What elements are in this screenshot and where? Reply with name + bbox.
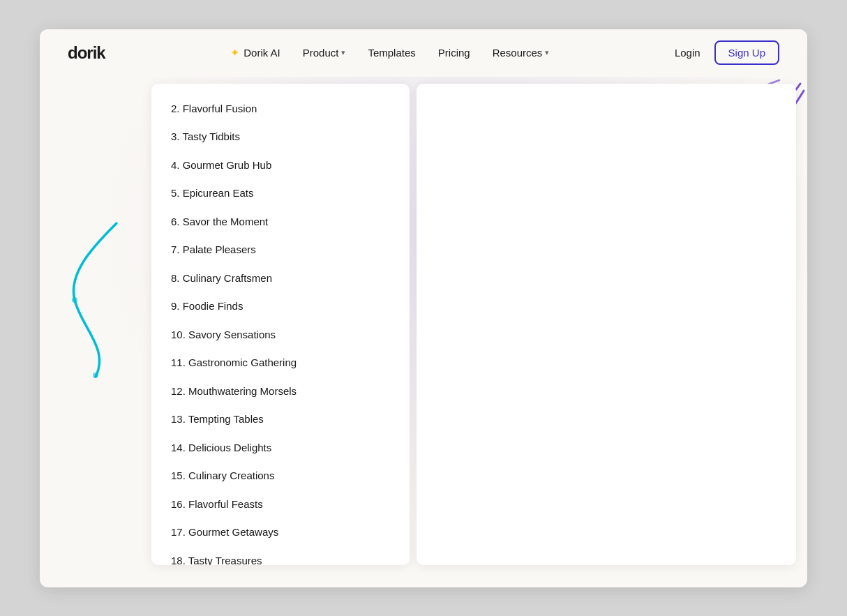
nav-resources-label: Resources	[493, 47, 543, 59]
nav-ai-label: Dorik AI	[243, 47, 280, 59]
chevron-down-icon-2: ▾	[545, 48, 549, 57]
list-item[interactable]: 11. Gastronomic Gathering	[151, 349, 410, 377]
content-panel	[417, 84, 796, 565]
list-item[interactable]: 12. Mouthwatering Morsels	[151, 377, 410, 406]
nav-templates[interactable]: Templates	[368, 47, 415, 59]
nav-product[interactable]: Product ▾	[303, 47, 346, 59]
logo: dorik	[68, 43, 105, 63]
list-item[interactable]: 5. Epicurean Eats	[151, 179, 410, 208]
nav-pricing-label: Pricing	[438, 47, 470, 59]
list-item[interactable]: 13. Tempting Tables	[151, 405, 410, 434]
main-container: dorik ✦ Dorik AI Product ▾ Templates Pri…	[40, 29, 807, 587]
content-area: 2. Flavorful Fusion3. Tasty Tidbits4. Go…	[40, 77, 807, 587]
list-item[interactable]: 4. Gourmet Grub Hub	[151, 151, 410, 180]
list-item[interactable]: 6. Savor the Moment	[151, 208, 410, 236]
navbar-right: Login Sign Up	[675, 40, 779, 65]
list-item[interactable]: 18. Tasty Treasures	[151, 547, 410, 565]
star-icon: ✦	[230, 46, 239, 59]
svg-point-1	[93, 373, 98, 378]
nav-pricing[interactable]: Pricing	[438, 47, 470, 59]
nav-center: ✦ Dorik AI Product ▾ Templates Pricing R…	[230, 46, 549, 59]
nav-resources[interactable]: Resources ▾	[493, 47, 550, 59]
list-item[interactable]: 10. Savory Sensations	[151, 321, 410, 350]
teal-decoration	[40, 216, 130, 384]
nav-templates-label: Templates	[368, 47, 415, 59]
list-panel: 2. Flavorful Fusion3. Tasty Tidbits4. Go…	[151, 84, 410, 565]
list-item[interactable]: 9. Foodie Finds	[151, 292, 410, 321]
login-button[interactable]: Login	[675, 47, 700, 59]
list-item[interactable]: 3. Tasty Tidbits	[151, 123, 410, 151]
list-item[interactable]: 15. Culinary Creations	[151, 462, 410, 490]
list-item[interactable]: 16. Flavorful Feasts	[151, 490, 410, 519]
list-item[interactable]: 7. Palate Pleasers	[151, 236, 410, 264]
list-item[interactable]: 8. Culinary Craftsmen	[151, 264, 410, 293]
nav-product-label: Product	[303, 47, 339, 59]
page-wrapper: dorik ✦ Dorik AI Product ▾ Templates Pri…	[0, 0, 847, 616]
svg-point-0	[72, 297, 77, 303]
list-item[interactable]: 2. Flavorful Fusion	[151, 95, 410, 123]
chevron-down-icon: ▾	[341, 48, 345, 57]
list-item[interactable]: 14. Delicious Delights	[151, 434, 410, 463]
signup-button[interactable]: Sign Up	[714, 40, 779, 65]
nav-ai[interactable]: ✦ Dorik AI	[230, 46, 280, 59]
navbar: dorik ✦ Dorik AI Product ▾ Templates Pri…	[40, 29, 807, 77]
list-item[interactable]: 17. Gourmet Getaways	[151, 518, 410, 547]
